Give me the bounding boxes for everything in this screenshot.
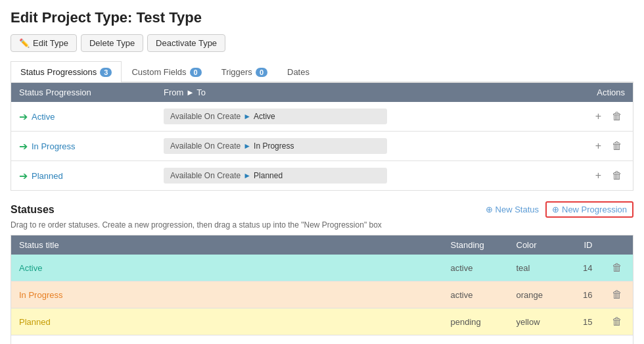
green-arrow-icon: ➔ [19,140,28,153]
tab-custom-fields[interactable]: Custom Fields 0 [122,61,211,82]
status-name: In Progress [19,290,62,300]
status-standing: paused [443,335,509,345]
delete-status-button[interactable]: 🗑 [609,341,625,344]
flow-arrow-icon: ► [243,171,251,180]
status-color: teal [509,255,561,282]
flow-from: Available On Create [170,112,241,121]
progressions-table: Status Progression From ► To Actions ➔ A… [11,82,633,191]
add-progression-button[interactable]: + [593,109,604,124]
progression-name: In Progress [32,141,75,151]
status-id: 16 [561,282,601,308]
edit-type-label: Edit Type [33,38,68,48]
table-row: ➔ Planned Available On Create ► Planned … [11,161,633,191]
list-item: In Progress active orange 16 🗑 [11,282,633,308]
delete-status-button[interactable]: 🗑 [609,287,625,302]
flow-from: Available On Create [170,141,241,151]
edit-type-button[interactable]: ✏️ Edit Type [11,34,77,52]
tab-dates[interactable]: Dates [277,61,319,82]
flow-arrow-icon: ► [243,112,251,121]
col-header-id: ID [561,235,601,255]
list-item: Planned pending yellow 15 🗑 [11,308,633,335]
plus-circle-icon-2: ⊕ [552,205,559,214]
green-arrow-icon: ➔ [19,170,28,182]
tab-triggers-badge: 0 [256,68,267,77]
tab-custom-fields-label: Custom Fields [131,67,186,77]
progression-name: Active [32,112,55,122]
table-row: ➔ Active Available On Create ► Active + … [11,102,633,132]
status-id: 15 [561,308,601,335]
tab-triggers[interactable]: Triggers 0 [212,61,277,82]
tab-status-progressions-label: Status Progressions [20,67,97,77]
col-header-standing: Standing [443,235,509,255]
drag-hint: Drag to re order statuses. Create a new … [11,220,633,230]
delete-progression-button[interactable]: 🗑 [609,109,625,124]
page-title: Edit Project Type: Test Type [11,9,633,26]
add-progression-button[interactable]: + [593,139,604,153]
delete-status-button[interactable]: 🗑 [609,314,625,329]
statuses-actions: ⊕ New Status ⊕ New Progression [486,201,633,218]
status-standing: pending [443,308,509,335]
status-id: 14 [561,255,601,282]
tab-status-progressions-badge: 3 [100,68,112,77]
col-header-status-title: Status title [11,235,443,255]
green-arrow-icon: ➔ [19,111,28,123]
deactivate-type-button[interactable]: Deactivate Type [147,34,225,52]
col-header-color: Color [509,235,561,255]
list-item: Active active teal 14 🗑 [11,255,633,282]
status-table: Status title Standing Color ID Active ac… [11,235,633,344]
col-header-from-to: From ► To [156,83,567,103]
new-progression-label: New Progression [562,205,627,214]
table-row: ➔ In Progress Available On Create ► In P… [11,132,633,161]
status-color: orange [509,282,561,308]
flow-to: Planned [254,171,283,180]
status-name: Active [19,263,42,273]
statuses-header: Statuses ⊕ New Status ⊕ New Progression [11,201,633,218]
status-standing: active [443,282,509,308]
flow-to: Active [254,112,275,121]
col-header-actions: Actions [567,83,633,103]
col-header-status-actions [601,235,633,255]
statuses-section-title: Statuses [11,204,55,216]
tab-status-progressions[interactable]: Status Progressions 3 [11,61,122,82]
plus-circle-icon: ⊕ [486,205,493,214]
flow-arrow-icon: ► [243,141,251,151]
new-status-button[interactable]: ⊕ New Status [486,205,539,214]
add-progression-button[interactable]: + [593,168,604,183]
edit-icon: ✏️ [19,38,30,48]
flow-from: Available On Create [170,171,241,180]
toolbar: ✏️ Edit Type Delete Type Deactivate Type [11,34,633,52]
tab-triggers-label: Triggers [221,67,252,77]
tab-custom-fields-badge: 0 [190,68,202,77]
col-header-progression: Status Progression [11,83,156,103]
delete-progression-button[interactable]: 🗑 [609,168,625,183]
progression-name: Planned [32,171,63,181]
deactivate-type-label: Deactivate Type [156,38,217,48]
status-name: Planned [19,317,51,327]
new-progression-button[interactable]: ⊕ New Progression [545,201,633,218]
tab-dates-label: Dates [287,67,310,77]
delete-status-button[interactable]: 🗑 [609,260,625,275]
status-color: grey [509,335,561,345]
new-status-label: New Status [495,205,539,214]
delete-progression-button[interactable]: 🗑 [609,139,625,153]
status-id: 17 [561,335,601,345]
delete-type-label: Delete Type [89,38,135,48]
flow-to: In Progress [254,141,294,151]
status-standing: active [443,255,509,282]
tabs: Status Progressions 3 Custom Fields 0 Tr… [11,61,633,82]
status-color: yellow [509,308,561,335]
delete-type-button[interactable]: Delete Type [81,34,143,52]
list-item: On Hold paused grey 17 🗑 [11,335,633,345]
